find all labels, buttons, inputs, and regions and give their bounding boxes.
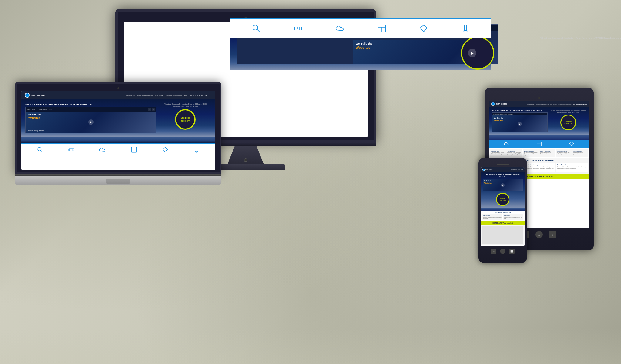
phone-video-tag: We Build the (484, 180, 492, 182)
phone-logo-icon (482, 169, 485, 171)
laptop-video: Web Design Dubai | Rista SEO FZE ↺ ↗ We … (25, 107, 156, 133)
laptop-camera (117, 87, 119, 89)
tablet-logo-text: RISTA SEO FZE (496, 103, 507, 105)
svg-rect-15 (69, 149, 74, 151)
phone-nav-links: Your Business Social Media (511, 169, 523, 170)
reflection (0, 328, 621, 364)
svg-point-13 (38, 147, 41, 151)
laptop-hero-left: WE CAN BRING MORE CUSTOMERS TO YOUR WEBS… (25, 103, 156, 133)
tablet-video: Web Design Dubai | Rista SEO FZE We Buil… (492, 112, 548, 132)
phone-feat-1: Web Design Drop is the purpose of your o… (482, 214, 502, 220)
laptop-nav: RISTA SEO FZE Your Business Social Media… (21, 91, 215, 99)
phone-hero-title: WE CAN BRING MORE CUSTOMERS TO YOUR WEBS… (483, 174, 523, 178)
phone-features-grid: Web Design Drop is the purpose of your o… (482, 214, 523, 220)
laptop-icons-bar (21, 143, 215, 157)
monitor-video-text: Websites (356, 46, 368, 49)
laptop-nav-reputation[interactable]: Reputation Management (166, 94, 182, 96)
phone-recent-btn[interactable]: ⬜ (509, 249, 515, 254)
tablet-video-brand: Websites (494, 119, 503, 122)
laptop-reload-icon[interactable]: ↺ (148, 108, 151, 111)
phone-device: RISTA SEO FZE Your Business Social Media… (478, 158, 527, 263)
laptop-logo: RISTA SEO FZE (25, 93, 45, 98)
tablet-video-top: Web Design Dubai | Rista SEO FZE (492, 113, 547, 115)
tablet-feat-2 (536, 141, 542, 147)
laptop-icon-cloud (99, 146, 106, 154)
laptop-hero-subtitle: Fill out our Business Introduction Form … (159, 103, 211, 108)
tablet-hero-right: Fill out our Business Introduction Form … (550, 110, 586, 130)
monitor-power-button[interactable] (244, 158, 247, 162)
tablet-home-btn[interactable]: ⌂ (535, 231, 543, 238)
laptop-nav-blog[interactable]: Blog (184, 94, 187, 96)
tablet-nav-rep[interactable]: Reputation Management (558, 103, 572, 105)
laptop-cta-circle[interactable]: BusinessIntro Form (175, 109, 196, 130)
laptop-play-btn[interactable]: ▶ (88, 119, 94, 125)
phone-nav: RISTA SEO FZE Your Business Social Media (481, 167, 525, 172)
ruler-icon (293, 23, 304, 34)
svg-line-14 (41, 150, 42, 152)
laptop-nav-social[interactable]: Social Media Marketing (137, 94, 153, 96)
phone-logo-text: RISTA SEO FZE (485, 169, 493, 170)
tablet-nav-business[interactable]: Your Business (527, 103, 534, 105)
phone-nav-1[interactable]: Your Business (511, 169, 517, 170)
tablet-service-5: Increase Revenue We keep your website be… (556, 149, 572, 157)
phone-logo: RISTA SEO FZE (482, 169, 493, 171)
tablet-video-title: Web Design Dubai | Rista SEO FZE (493, 113, 513, 115)
laptop-video-brand: Websites (28, 116, 40, 119)
laptop-logo-icon (25, 93, 30, 98)
laptop-nav-business[interactable]: Your Business (126, 94, 135, 96)
svg-rect-2 (294, 27, 302, 30)
phone-dominate: DOMINATE Your market (481, 221, 525, 225)
svg-line-1 (257, 29, 260, 32)
laptop-icon-paint (193, 146, 200, 154)
tablet-hero-left: WE CAN BRING MORE CUSTOMERS TO YOUR WEBS… (492, 110, 548, 132)
phone-back-btn[interactable]: ← (491, 249, 496, 254)
tablet-service-4: 80-20 Proven Work We focus on factors to… (539, 149, 555, 157)
laptop-icon-seo (37, 146, 43, 154)
tablet-nav-web[interactable]: Web Design (550, 103, 557, 105)
laptop-nav-phone[interactable]: Call us +971 56 622 7318 (190, 94, 207, 96)
laptop-screen: RISTA SEO FZE Your Business Social Media… (21, 91, 215, 170)
laptop-hinge (15, 174, 221, 176)
tablet-camera (538, 97, 540, 99)
tablet-expertise-reputation: Reputation Management Reputation Busines… (523, 163, 555, 172)
phone-screen: RISTA SEO FZE Your Business Social Media… (481, 167, 525, 246)
laptop-hero: WE CAN BRING MORE CUSTOMERS TO YOUR WEBS… (21, 99, 215, 137)
icon-item-cloud (334, 23, 345, 34)
laptop-device: RISTA SEO FZE Your Business Social Media… (15, 82, 221, 185)
laptop-share-icon[interactable]: ↗ (152, 108, 155, 111)
tablet-hero-subtitle: Fill out our Business Introduction Form … (550, 110, 586, 113)
tablet-nav-links: Your Business Social Media Marketing Web… (527, 103, 587, 105)
laptop-video-tagline: We Build the (28, 113, 41, 115)
tablet-hero: WE CAN BRING MORE CUSTOMERS TO YOUR WEBS… (489, 107, 589, 135)
phone-home-btn[interactable]: ⌂ (500, 249, 505, 254)
tablet-service-3: Multiple Ranking Not only your website b… (523, 149, 539, 157)
tablet-feat-1 (504, 141, 509, 147)
tablet-forward-btn[interactable]: ↓ (549, 231, 556, 238)
laptop-hamburger-icon[interactable]: ☰ (209, 94, 212, 97)
cloud-icon (334, 23, 345, 34)
seo-icon (251, 23, 262, 34)
laptop-hero-right: Fill out our Business Introduction Form … (159, 103, 211, 130)
phone-video-body: We Build the Websites ▶ (483, 179, 523, 191)
laptop-video-result: Which Bring Result (28, 130, 44, 132)
tablet-expertise-social: Social Media Social media is not only gi… (556, 163, 588, 172)
phone-cta-circle[interactable]: BusinessIntro Form (496, 193, 509, 206)
tablet-play-btn[interactable]: ▶ (518, 122, 522, 126)
laptop-nav-webdesign[interactable]: Web Design (155, 94, 163, 96)
tablet-nav-social[interactable]: Social Media Marketing (536, 103, 549, 105)
svg-point-0 (253, 25, 258, 30)
phone-video-area: We Build the Websites ▶ (483, 179, 523, 191)
tablet-nav: RISTA SEO FZE Your Business Social Media… (489, 101, 589, 107)
laptop-frame: RISTA SEO FZE Your Business Social Media… (15, 82, 221, 174)
tablet-city-bar (489, 135, 589, 140)
phone-frame: RISTA SEO FZE Your Business Social Media… (478, 158, 527, 263)
tablet-nav-phone[interactable]: Call us +971 56 622 7318 (573, 103, 587, 105)
phone-nav-2[interactable]: Social Media (518, 169, 523, 170)
phone-features: WHAT ARE OUR EXPERTISE Web Design Drop i… (481, 211, 525, 221)
phone-content-block (482, 226, 523, 244)
tablet-cta-circle[interactable]: BusinessIntro Form (560, 115, 576, 130)
tablet-hero-title: WE CAN BRING MORE CUSTOMERS TO YOUR WEBS… (492, 110, 548, 112)
tablet-service-1: Excellent SEO Our efficient team in Sear… (490, 149, 506, 157)
laptop-icon-ruler (68, 146, 75, 154)
phone-play-btn[interactable]: ▶ (501, 183, 505, 187)
